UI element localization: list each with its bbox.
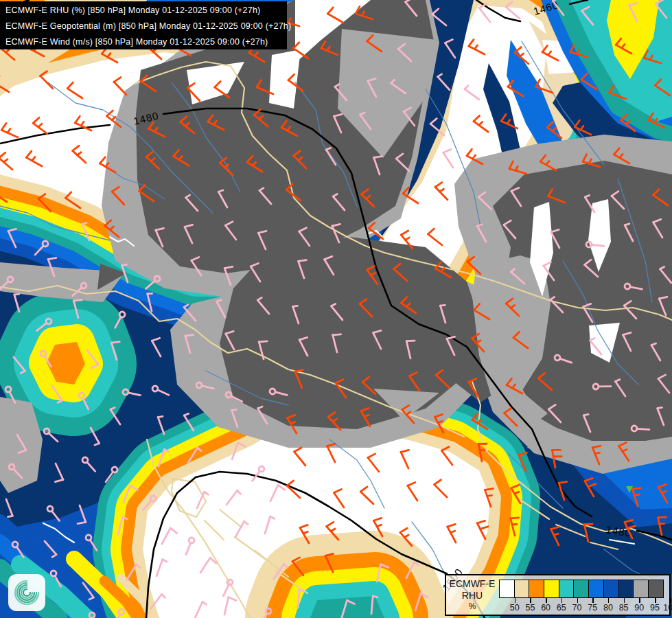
- legend-tick: [515, 598, 516, 603]
- title-line-wind: ECMWF-E Wind (m/s) [850 hPa] Monday 01-1…: [5, 34, 287, 50]
- title-line-geopotential: ECMWF-E Geopotential (m) [850 hPa] Monda…: [5, 19, 287, 34]
- legend-swatch: [499, 580, 515, 598]
- legend-swatch: [604, 580, 619, 598]
- legend-color-scale: [499, 580, 664, 598]
- title-line-rhu: ECMWF-E RHU (%) [850 hPa] Monday 01-12-2…: [5, 3, 287, 19]
- title-box: ECMWF-E RHU (%) [850 hPa] Monday 01-12-2…: [0, 1, 287, 49]
- provider-logo: [8, 574, 45, 611]
- legend-tick: [561, 598, 563, 603]
- legend-swatch: [559, 580, 575, 598]
- legend-swatch: [634, 580, 649, 598]
- legend-tick: [608, 598, 610, 603]
- legend-swatch: [619, 580, 634, 598]
- legend-title: ECMWF-E RHU %: [446, 575, 498, 615]
- weather-map: 1480146014801500: [0, 0, 672, 618]
- legend-tick: [577, 598, 579, 603]
- weather-chart-page: 1480146014801500 ECMWF-E RHU (%) [850 hP…: [0, 0, 672, 618]
- legend-swatch: [529, 580, 544, 598]
- legend-tick: [592, 598, 594, 603]
- legend-tick: [655, 598, 656, 603]
- logo-background: [8, 574, 45, 611]
- legend-field-label: RHU: [446, 590, 498, 601]
- legend-model-label: ECMWF-E: [446, 578, 498, 589]
- legend-tick: [546, 598, 547, 603]
- legend-tick: [671, 598, 672, 603]
- legend-swatch: [649, 580, 664, 598]
- legend-swatch: [515, 580, 530, 598]
- legend-tick: [530, 598, 531, 603]
- legend-tick: [624, 598, 625, 603]
- legend-swatch: [589, 580, 604, 598]
- legend-tick-label: 100: [660, 603, 672, 613]
- legend-swatch: [544, 580, 559, 598]
- legend-swatch: [574, 580, 589, 598]
- legend-box: ECMWF-E RHU % 50556065707580859095100: [445, 574, 671, 616]
- legend-unit-label: %: [446, 602, 498, 611]
- legend-tick: [639, 598, 640, 603]
